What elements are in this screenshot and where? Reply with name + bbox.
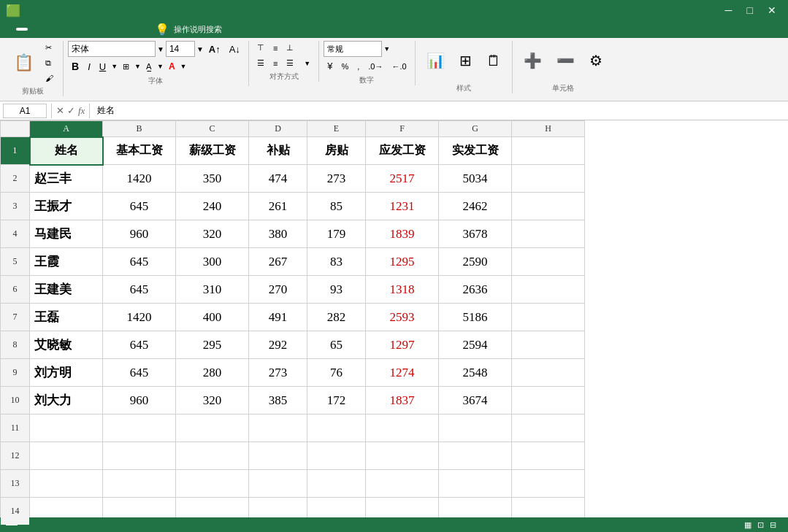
row-header-12[interactable]: 12	[1, 442, 30, 470]
font-color-dropdown-icon[interactable]: ▼	[180, 63, 187, 70]
cell-G11[interactable]	[439, 415, 512, 442]
cell-D3[interactable]: 261	[249, 193, 307, 220]
cell-F1[interactable]: 应发工资	[366, 137, 439, 165]
cell-C4[interactable]: 320	[176, 220, 249, 248]
italic-button[interactable]: I	[84, 59, 94, 74]
cell-H3[interactable]	[512, 193, 585, 220]
cell-F11[interactable]	[366, 415, 439, 442]
cell-E2[interactable]: 273	[307, 165, 366, 193]
cell-B4[interactable]: 960	[103, 220, 176, 248]
menu-formula[interactable]	[56, 28, 67, 31]
font-size-dropdown-icon[interactable]: ▼	[196, 45, 204, 53]
cell-H5[interactable]	[512, 248, 585, 276]
cell-C1[interactable]: 薪级工资	[176, 137, 249, 165]
menu-insert[interactable]	[29, 28, 41, 31]
cell-C3[interactable]: 240	[176, 193, 249, 220]
cell-H13[interactable]	[512, 470, 585, 498]
row-header-10[interactable]: 10	[1, 387, 30, 415]
cell-E7[interactable]: 282	[307, 304, 366, 331]
font-name-dropdown-icon[interactable]: ▼	[157, 45, 164, 53]
cell-G5[interactable]: 2590	[439, 248, 512, 276]
row-header-13[interactable]: 13	[1, 470, 30, 498]
cell-A12[interactable]	[30, 442, 103, 470]
col-header-c[interactable]: C	[176, 121, 249, 137]
cancel-formula-icon[interactable]: ✕	[56, 105, 64, 117]
cell-G4[interactable]: 3678	[439, 220, 512, 248]
increase-decimal-button[interactable]: .0→	[364, 60, 386, 73]
cell-D2[interactable]: 474	[249, 165, 307, 193]
cell-B8[interactable]: 645	[103, 331, 176, 359]
number-type-dropdown-icon[interactable]: ▼	[383, 45, 390, 53]
cell-F9[interactable]: 1274	[366, 359, 439, 387]
comma-button[interactable]: ,	[353, 60, 363, 73]
insert-function-icon[interactable]: fx	[78, 105, 85, 117]
cell-E3[interactable]: 85	[307, 193, 366, 220]
cell-F7[interactable]: 2593	[366, 304, 439, 331]
cell-D12[interactable]	[249, 442, 307, 470]
close-button[interactable]: ✕	[762, 3, 782, 18]
col-header-d[interactable]: D	[249, 121, 307, 137]
cell-B3[interactable]: 645	[103, 193, 176, 220]
cell-A3[interactable]: 王振才	[30, 193, 103, 220]
underline-button[interactable]: U	[96, 59, 110, 74]
menu-view[interactable]	[95, 28, 107, 31]
cell-F4[interactable]: 1839	[366, 220, 439, 248]
col-header-b[interactable]: B	[103, 121, 176, 137]
row-header-11[interactable]: 11	[1, 415, 30, 442]
search-lightbulb-icon[interactable]: 💡	[155, 23, 169, 36]
cell-A5[interactable]: 王霞	[30, 248, 103, 276]
cell-F12[interactable]	[366, 442, 439, 470]
row-header-7[interactable]: 7	[1, 304, 30, 331]
wrap-text-button[interactable]	[299, 46, 306, 50]
cell-C12[interactable]	[176, 442, 249, 470]
format-cell-button[interactable]: ⚙	[583, 41, 609, 82]
cell-D6[interactable]: 270	[249, 276, 307, 304]
underline-dropdown-icon[interactable]: ▼	[111, 63, 118, 70]
align-bottom-button[interactable]: ⊥	[283, 41, 297, 55]
cell-E13[interactable]	[307, 470, 366, 498]
row-header-14[interactable]: 14	[1, 498, 30, 525]
percent-button[interactable]: %	[337, 60, 352, 73]
cell-A10[interactable]: 刘大力	[30, 387, 103, 415]
cell-D10[interactable]: 385	[249, 387, 307, 415]
cell-E10[interactable]: 172	[307, 387, 366, 415]
col-header-a[interactable]: A	[30, 121, 103, 137]
bold-button[interactable]: B	[68, 58, 83, 74]
format-painter-button[interactable]: 🖌	[42, 72, 58, 85]
align-right-button[interactable]: ☰	[283, 56, 297, 70]
cell-E11[interactable]	[307, 415, 366, 442]
col-header-g[interactable]: G	[439, 121, 512, 137]
cell-F5[interactable]: 1295	[366, 248, 439, 276]
cell-A8[interactable]: 艾晓敏	[30, 331, 103, 359]
cell-G13[interactable]	[439, 470, 512, 498]
cell-D5[interactable]: 267	[249, 248, 307, 276]
cell-B6[interactable]: 645	[103, 276, 176, 304]
cell-G6[interactable]: 2636	[439, 276, 512, 304]
cell-A9[interactable]: 刘方明	[30, 359, 103, 387]
cell-E4[interactable]: 179	[307, 220, 366, 248]
cell-C5[interactable]: 300	[176, 248, 249, 276]
menu-developer[interactable]	[108, 28, 120, 31]
maximize-button[interactable]: □	[741, 3, 759, 18]
menu-home[interactable]	[16, 28, 28, 31]
align-left-button[interactable]: ☰	[253, 56, 268, 70]
cell-A2[interactable]: 赵三丰	[30, 165, 103, 193]
cell-F3[interactable]: 1231	[366, 193, 439, 220]
cell-G8[interactable]: 2594	[439, 331, 512, 359]
cell-A13[interactable]	[30, 470, 103, 498]
currency-button[interactable]: ¥	[324, 58, 336, 74]
row-header-5[interactable]: 5	[1, 248, 30, 276]
cell-A6[interactable]: 王建美	[30, 276, 103, 304]
cut-button[interactable]: ✂	[42, 41, 58, 55]
cell-C2[interactable]: 350	[176, 165, 249, 193]
normal-view-icon[interactable]: ▦	[744, 520, 751, 530]
paste-button[interactable]: 📋	[7, 41, 40, 85]
cell-C9[interactable]: 280	[176, 359, 249, 387]
align-center-button[interactable]: ≡	[269, 57, 281, 70]
cell-H1[interactable]	[512, 137, 585, 165]
cell-G9[interactable]: 2548	[439, 359, 512, 387]
cell-H11[interactable]	[512, 415, 585, 442]
col-header-e[interactable]: E	[307, 121, 366, 137]
fill-color-button[interactable]: A̲	[142, 60, 156, 74]
cell-H12[interactable]	[512, 442, 585, 470]
